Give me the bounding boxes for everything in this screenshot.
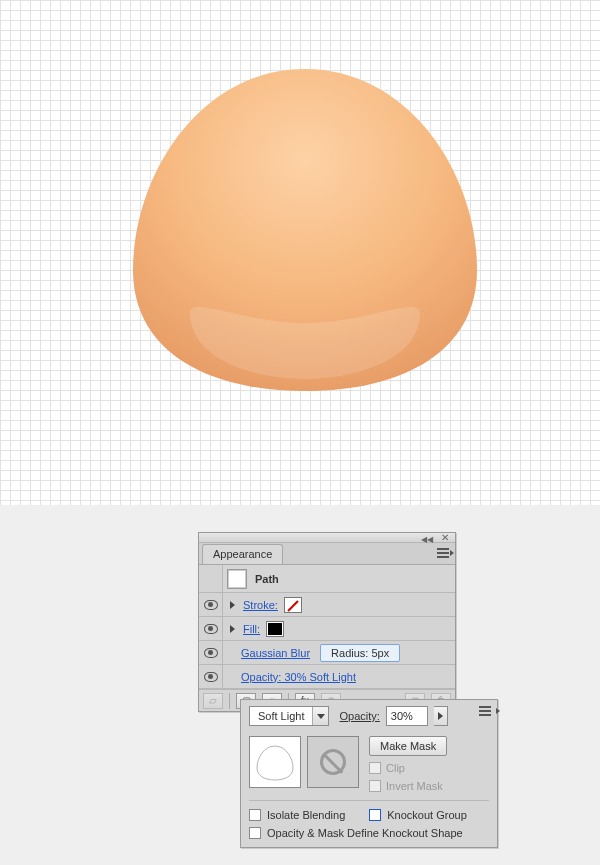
visibility-toggle[interactable] [199, 593, 223, 616]
artwork-thumbnail[interactable] [249, 736, 301, 788]
knockout-group-checkbox[interactable] [369, 809, 381, 821]
eye-icon [204, 648, 218, 658]
stroke-swatch-none[interactable] [284, 597, 302, 613]
opacity-row[interactable]: Opacity: 30% Soft Light [199, 665, 455, 689]
invert-label: Invert Mask [386, 780, 443, 792]
separator [229, 693, 230, 709]
close-icon[interactable]: ✕ [441, 532, 449, 543]
mask-row: Make Mask Clip Invert Mask [241, 732, 497, 800]
opacity-label[interactable]: Opacity: [339, 710, 379, 722]
clip-checkbox[interactable] [369, 762, 381, 774]
gaussian-blur-label[interactable]: Gaussian Blur [223, 647, 310, 659]
stroke-label[interactable]: Stroke: [241, 599, 278, 611]
opacity-value: 30% [391, 710, 413, 722]
isolate-label: Isolate Blending [267, 809, 345, 821]
visibility-col [199, 565, 223, 592]
fill-swatch-black[interactable] [266, 621, 284, 637]
appearance-panel: ◀◀ ✕ Appearance Path Stroke: Fill: Gauss [198, 532, 456, 712]
eye-icon [204, 624, 218, 634]
tab-appearance[interactable]: Appearance [202, 544, 283, 564]
target-thumbnail [227, 569, 247, 589]
panel-menu-icon[interactable] [437, 548, 449, 558]
mask-thumbnail[interactable] [307, 736, 359, 788]
eye-icon [204, 600, 218, 610]
transparency-controls: Soft Light Opacity: 30% [241, 700, 497, 732]
define-knockout-checkbox[interactable] [249, 827, 261, 839]
visibility-toggle[interactable] [199, 665, 223, 688]
blend-mode-select[interactable]: Soft Light [249, 706, 329, 726]
visibility-toggle[interactable] [199, 641, 223, 664]
invert-mask-checkbox[interactable] [369, 780, 381, 792]
chevron-down-icon [312, 707, 328, 725]
stroke-row[interactable]: Stroke: [199, 593, 455, 617]
panel-menu-icon[interactable] [479, 706, 491, 716]
panel-tabbar: Appearance [199, 543, 455, 565]
opacity-slider-button[interactable] [434, 706, 448, 726]
expand-arrow[interactable] [223, 625, 241, 633]
target-name: Path [255, 573, 279, 585]
clip-label: Clip [386, 762, 405, 774]
eye-icon [204, 672, 218, 682]
artwork-egg-shape[interactable] [125, 65, 485, 395]
expand-arrow[interactable] [223, 601, 241, 609]
panel-header-bar[interactable]: ◀◀ ✕ [199, 533, 455, 543]
fill-label[interactable]: Fill: [241, 623, 260, 635]
make-mask-button[interactable]: Make Mask [369, 736, 447, 756]
blending-options: Isolate Blending Knockout Group Opacity … [241, 801, 497, 847]
opacity-input[interactable]: 30% [386, 706, 428, 726]
no-mask-icon [320, 749, 346, 775]
isolate-blending-checkbox[interactable] [249, 809, 261, 821]
canvas-grid[interactable] [0, 0, 600, 505]
blend-mode-value: Soft Light [250, 710, 312, 722]
define-label: Opacity & Mask Define Knockout Shape [267, 827, 463, 839]
invert-checkbox-row: Invert Mask [369, 780, 447, 792]
opacity-row-label[interactable]: Opacity: 30% Soft Light [223, 671, 356, 683]
clip-checkbox-row: Clip [369, 762, 447, 774]
fill-row[interactable]: Fill: [199, 617, 455, 641]
transparency-panel: Soft Light Opacity: 30% Make Mask [240, 699, 498, 848]
panel-background: ◀◀ ✕ Appearance Path Stroke: Fill: Gauss [0, 505, 600, 865]
appearance-target-row[interactable]: Path [199, 565, 455, 593]
knockout-label: Knockout Group [387, 809, 467, 821]
visibility-toggle[interactable] [199, 617, 223, 640]
no-fill-button[interactable]: ▱ [203, 693, 223, 709]
gaussian-radius-value[interactable]: Radius: 5px [320, 644, 400, 662]
gaussian-blur-row[interactable]: Gaussian Blur Radius: 5px [199, 641, 455, 665]
